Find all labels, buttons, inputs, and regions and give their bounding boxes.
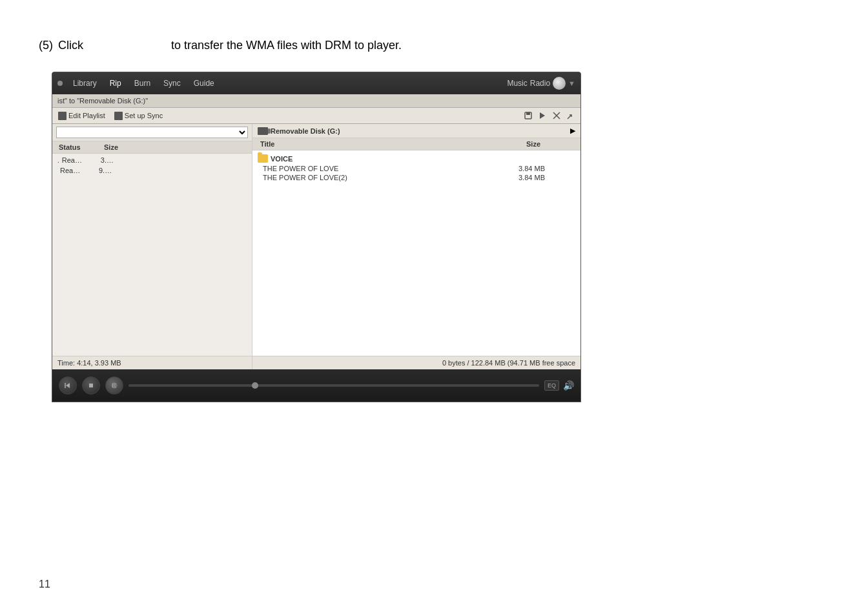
- left-footer-text: Time: 4:14, 3.93 MB: [57, 359, 121, 367]
- wmp-content: Status Size . Rea… 3.… Rea… 9.…: [52, 124, 580, 369]
- nav-radio-label[interactable]: Radio: [530, 79, 550, 88]
- right-scroll-btn[interactable]: ▶: [570, 127, 575, 135]
- wmp-left-panel: Status Size . Rea… 3.… Rea… 9.…: [52, 124, 252, 369]
- right-col-title: Title: [258, 139, 524, 149]
- nav-library[interactable]: Library: [68, 77, 102, 90]
- song-item-2[interactable]: THE POWER OF LOVE(2) 3.84 MB: [258, 173, 575, 182]
- edit-playlist-btn[interactable]: Edit Playlist: [56, 111, 107, 121]
- setup-sync-label: Set up Sync: [125, 112, 163, 119]
- volume-icon[interactable]: 🔊: [563, 380, 574, 391]
- folder-icon: [258, 154, 268, 163]
- right-col-size: Size: [524, 139, 575, 149]
- toolbar-right-actions: [522, 110, 577, 121]
- device-icon: [258, 127, 268, 135]
- progress-track[interactable]: [128, 384, 539, 387]
- step-number: (5): [39, 39, 53, 52]
- wmp-navbar: Library Rip Burn Sync Guide Music Radio …: [52, 72, 580, 94]
- col-status: Status: [56, 143, 101, 152]
- wmp-player: EQ 🔊: [52, 369, 580, 402]
- left-list-header: Status Size: [52, 141, 252, 154]
- nav-music-label[interactable]: Music: [507, 79, 527, 88]
- left-dropdown-row: [52, 124, 252, 141]
- nav-rip[interactable]: Rip: [105, 77, 127, 90]
- nav-arrow[interactable]: ▼: [568, 79, 575, 87]
- instruction-line: (5) Click to transfer the WMA files with…: [39, 39, 823, 52]
- item-size-1: 3.…: [101, 156, 247, 164]
- song-size-2: 3.84 MB: [518, 174, 570, 181]
- edit-playlist-icon: [58, 112, 67, 120]
- setup-sync-btn[interactable]: Set up Sync: [112, 111, 165, 121]
- folder-name: VOICE: [271, 155, 292, 163]
- svg-point-9: [112, 383, 117, 388]
- edit-playlist-label: Edit Playlist: [68, 112, 105, 119]
- item-status-1: Rea…: [62, 156, 101, 164]
- click-label: Click: [58, 39, 83, 52]
- svg-marker-6: [66, 383, 70, 388]
- nav-dot: [57, 81, 63, 86]
- setup-sync-icon: [114, 112, 123, 120]
- progress-thumb[interactable]: [252, 382, 258, 389]
- svg-rect-1: [526, 112, 530, 115]
- svg-marker-2: [540, 112, 545, 119]
- song-size-1: 3.84 MB: [518, 165, 570, 172]
- nav-burn[interactable]: Burn: [129, 77, 156, 90]
- play-pause-btn[interactable]: [105, 376, 123, 395]
- wmp-toolbar: Edit Playlist Set up Sync: [52, 108, 580, 124]
- nav-sync[interactable]: Sync: [158, 77, 186, 90]
- item-size-2: 9.…: [99, 167, 247, 174]
- nav-right: Music Radio ▼: [507, 77, 575, 90]
- toolbar-save-btn[interactable]: [522, 110, 534, 121]
- right-footer-text: 0 bytes / 122.84 MB (94.71 MB free space: [442, 359, 575, 367]
- toolbar-play-btn[interactable]: [537, 110, 548, 121]
- item-bullet-1: .: [57, 157, 59, 164]
- player-right: EQ 🔊: [544, 380, 574, 391]
- list-item[interactable]: . Rea… 3.…: [54, 155, 251, 165]
- wmp-right-panel: Removable Disk (G:) ▶ Title Size VOICE T…: [252, 124, 580, 369]
- nav-avatar: [553, 77, 566, 90]
- right-col-headers: Title Size: [252, 138, 580, 150]
- left-footer: Time: 4:14, 3.93 MB: [52, 356, 252, 369]
- prev-btn[interactable]: [59, 376, 77, 395]
- wmp-subtitle-bar: ist" to "Removable Disk (G:)": [52, 94, 580, 108]
- right-header-title: Removable Disk (G:): [271, 127, 340, 135]
- svg-rect-8: [89, 384, 93, 387]
- left-dropdown[interactable]: [56, 127, 248, 138]
- folder-item[interactable]: VOICE: [258, 153, 575, 164]
- subtitle-text: ist" to "Removable Disk (G:)": [57, 97, 148, 105]
- item-status-2: Rea…: [60, 167, 99, 174]
- nav-guide[interactable]: Guide: [189, 77, 220, 90]
- stop-btn[interactable]: [82, 376, 100, 395]
- song-title-2: THE POWER OF LOVE(2): [263, 174, 518, 181]
- right-items: VOICE THE POWER OF LOVE 3.84 MB THE POWE…: [252, 150, 580, 356]
- song-item-1[interactable]: THE POWER OF LOVE 3.84 MB: [258, 164, 575, 173]
- toolbar-close-btn[interactable]: [551, 110, 562, 121]
- eq-button[interactable]: EQ: [544, 380, 559, 391]
- col-size: Size: [101, 143, 248, 152]
- right-header: Removable Disk (G:) ▶: [252, 124, 580, 138]
- page-number: 11: [39, 579, 50, 590]
- left-list-items: . Rea… 3.… Rea… 9.…: [52, 154, 252, 356]
- toolbar-minimize-btn[interactable]: [565, 110, 577, 121]
- wmp-window: Library Rip Burn Sync Guide Music Radio …: [52, 72, 581, 402]
- right-footer: 0 bytes / 122.84 MB (94.71 MB free space: [252, 356, 580, 369]
- instruction-rest: to transfer the WMA files with DRM to pl…: [171, 39, 402, 52]
- svg-line-5: [568, 115, 571, 119]
- song-title-1: THE POWER OF LOVE: [263, 165, 518, 172]
- list-item[interactable]: Rea… 9.…: [54, 165, 251, 176]
